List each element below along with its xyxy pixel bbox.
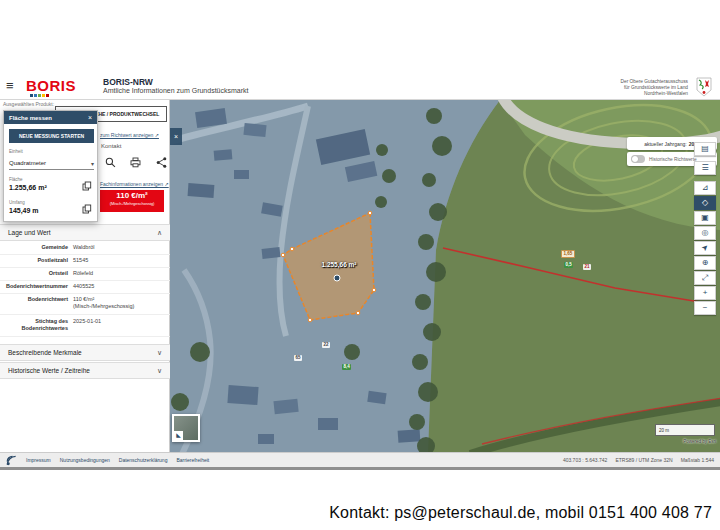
area-value: 1.255,66 m² — [9, 184, 47, 191]
panel-collapse-button[interactable]: × — [170, 128, 182, 145]
crosshair-icon: ◎ — [702, 227, 709, 239]
window-bottom-strip — [0, 467, 720, 470]
info-row-postleitzahl: Postleitzahl 51545 — [0, 254, 170, 268]
map-status-text: 403.703 : 5.643.742 ETRS89 / UTM Zone 32… — [563, 457, 714, 463]
legend-icon: ☰ — [701, 162, 708, 174]
parcel-value-label: 8,4 — [342, 364, 351, 370]
page-subtitle: Amtliche Informationen zum Grundstücksma… — [103, 87, 249, 94]
zoom-out-button[interactable]: − — [694, 301, 716, 315]
row-label: Bodenrichtwert — [4, 296, 73, 311]
info-row-stichtag: Stichtag des Bodenrichtwertes 2025-01-01 — [0, 315, 170, 337]
parcel-value-label: 22 — [322, 342, 330, 348]
rss-icon[interactable] — [6, 455, 17, 466]
badge-note: (Misch-/Mehrgeschossig) — [100, 201, 164, 206]
measure-marker — [334, 275, 340, 281]
measure-area-button-active[interactable]: ◇ — [694, 196, 716, 210]
toggle-label: Historische Richtwerte — [649, 157, 697, 162]
row-label-line: Bodenrichtwertes — [4, 325, 68, 332]
footer-link-datenschutz[interactable]: Datenschutzerklärung — [119, 457, 168, 463]
scale-text: 20 m — [659, 428, 669, 433]
accordion-title: Lage und Wert — [8, 229, 51, 236]
zoom-in-button[interactable]: + — [694, 286, 716, 300]
row-value: 51545 — [73, 257, 166, 264]
row-label: Stichtag des Bodenrichtwertes — [4, 318, 73, 333]
nrw-coat-of-arms-icon — [696, 77, 712, 97]
layers-button[interactable]: ▤ — [694, 142, 716, 156]
row-label: Gemeinde — [4, 244, 73, 251]
logo-pixel — [38, 94, 41, 97]
row-value: Rölefeld — [73, 270, 166, 277]
perimeter-label: Umfang — [9, 200, 25, 205]
copy-area-button[interactable] — [82, 181, 92, 191]
gps-icon: ➤ — [698, 241, 711, 254]
print-icon-button[interactable] — [128, 155, 142, 169]
footer-link-nutzungsbedingungen[interactable]: Nutzungsbedingungen — [60, 457, 110, 463]
menu-icon[interactable]: ≡ — [6, 79, 14, 93]
minus-icon: − — [703, 302, 708, 314]
info-row-bodenrichtwert: Bodenrichtwert 110 €/m² (Misch-/Mehrgesc… — [0, 293, 170, 315]
dropdown-icon: ▾ — [91, 160, 94, 167]
app-header: ≡ BORIS BORIS-NRW Amtliche Informationen… — [0, 75, 720, 100]
close-icon[interactable]: × — [88, 114, 92, 121]
crosshair-button[interactable]: ◎ — [694, 226, 716, 240]
bookmark-icon: ▣ — [701, 212, 709, 224]
year-label: aktueller Jahrgang: — [644, 141, 687, 147]
selected-product-label: Ausgewähltes Produkt: — [3, 101, 54, 107]
parcel-value-label: 0,5 — [564, 262, 573, 268]
footer-link-barrierefreiheit[interactable]: Barrierefreiheit — [176, 457, 209, 463]
copy-icon — [82, 181, 92, 191]
fachinfo-link[interactable]: Fachinformationen anzeigen ↗ — [100, 181, 169, 187]
accordion-title: Historische Werte / Zeitreihe — [8, 367, 90, 374]
chevron-up-icon: ∧ — [157, 229, 162, 237]
accordion-historische-werte[interactable]: Historische Werte / Zeitreihe ∨ — [0, 362, 170, 379]
footer-link-impressum[interactable]: Impressum — [26, 457, 51, 463]
row-value-line: (Misch-/Mehrgeschossig) — [73, 303, 166, 310]
toggle-switch[interactable] — [631, 155, 645, 163]
search-icon-button[interactable] — [103, 155, 117, 169]
row-value-line: 110 €/m² — [73, 296, 166, 303]
accordion-lage-und-wert[interactable]: Lage und Wert ∧ — [0, 224, 170, 241]
org-line: Nordrhein-Westfalen — [568, 91, 688, 97]
start-measure-button[interactable]: NEUE MESSUNG STARTEN — [9, 129, 94, 143]
printer-icon — [130, 157, 141, 168]
unit-label: Einheit — [9, 149, 23, 154]
unit-select[interactable]: Quadratmeter ▾ — [9, 157, 94, 170]
fullscreen-button[interactable]: ⤢ — [694, 271, 716, 285]
globe-icon: ⊕ — [702, 257, 709, 269]
accordion-title: Beschreibende Merkmale — [8, 349, 82, 356]
share-icon-button[interactable] — [154, 155, 168, 169]
org-text: Der Obere Gutachterausschuss für Grundst… — [568, 79, 688, 97]
logo-pixel — [46, 94, 49, 97]
contact-line: Kontakt: ps@peterschaul.de, mobil 0151 4… — [329, 504, 712, 522]
basemap-globe-button[interactable]: ⊕ — [694, 256, 716, 270]
row-label: Bodenrichtwertnummer — [4, 283, 73, 290]
row-value: 4405525 — [73, 283, 166, 290]
perimeter-value: 145,49 m — [9, 207, 39, 214]
measure-dialog: Fläche messen × NEUE MESSUNG STARTEN Ein… — [3, 110, 98, 222]
copy-perimeter-button[interactable] — [82, 204, 92, 214]
app-footer: Impressum Nutzungsbedingungen Datenschut… — [0, 452, 720, 467]
legend-button[interactable]: ☰ — [694, 161, 716, 175]
kontakt-label: Kontakt — [101, 143, 121, 149]
row-value: 2025-01-01 — [73, 318, 166, 333]
bookmark-button[interactable]: ▣ — [694, 211, 716, 225]
overview-expand-icon[interactable]: ◣ — [174, 431, 183, 440]
row-value: 110 €/m² (Misch-/Mehrgeschossig) — [73, 296, 166, 311]
area-label: Fläche — [9, 177, 23, 182]
row-label-line: Stichtag des — [4, 318, 68, 325]
fullscreen-icon: ⤢ — [702, 272, 708, 284]
accordion-beschreibende-merkmale[interactable]: Beschreibende Merkmale ∨ — [0, 344, 170, 361]
gps-locate-button[interactable]: ➤ — [694, 241, 716, 255]
overview-map-widget[interactable]: ◣ — [172, 414, 200, 442]
richtwert-link[interactable]: zum Richtwert anzeigen ↗ — [100, 132, 159, 138]
layers-icon: ▤ — [701, 143, 709, 155]
parcel-value-label: 65 — [294, 355, 302, 361]
copy-icon — [82, 204, 92, 214]
plus-icon: + — [703, 287, 708, 299]
measure-dialog-header[interactable]: Fläche messen × — [4, 111, 97, 124]
measure-button[interactable]: ⊿ — [694, 181, 716, 195]
map-scale-text: Maßstab 1:544 — [681, 457, 714, 463]
ruler-icon: ⊿ — [702, 182, 709, 194]
logo-pixel — [30, 94, 33, 97]
unit-value: Quadratmeter — [9, 160, 46, 166]
